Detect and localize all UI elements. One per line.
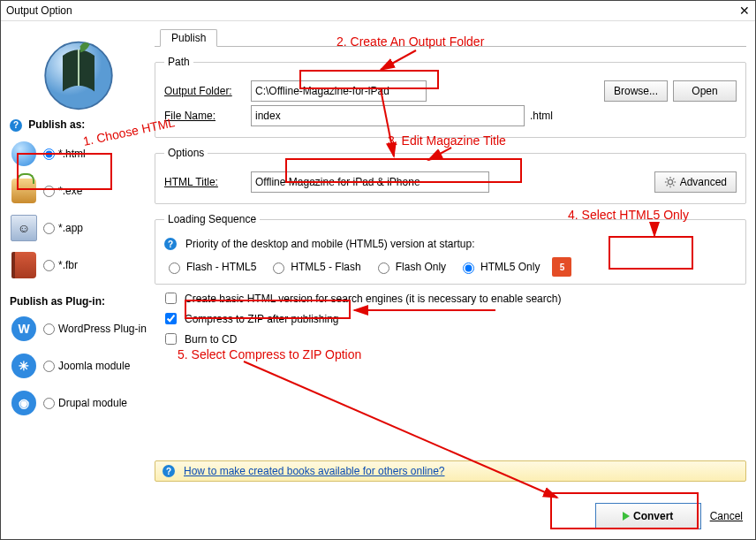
help-link[interactable]: How to make created books available for … bbox=[184, 465, 445, 477]
main-panel: Publish Path Output Folder: Browse... Op… bbox=[151, 21, 755, 540]
seq-radio-3[interactable] bbox=[463, 262, 474, 274]
advanced-button[interactable]: Advanced bbox=[654, 171, 737, 193]
plugin-label-drupal: Drupal module bbox=[58, 397, 127, 409]
output-option-window: Output Option ✕ ? Publish as: bbox=[0, 0, 756, 540]
format-label-fbr: *.fbr bbox=[58, 259, 78, 271]
seq-option-flash-only[interactable]: Flash Only bbox=[374, 260, 446, 274]
label-burn-cd: Burn to CD bbox=[185, 333, 237, 346]
package-icon bbox=[11, 179, 36, 203]
seq-radio-2[interactable] bbox=[378, 262, 389, 274]
play-icon bbox=[623, 512, 630, 521]
svg-point-1 bbox=[668, 179, 672, 184]
seq-option-flash-html5[interactable]: Flash - HTML5 bbox=[164, 260, 256, 274]
plugin-radio-joomla[interactable] bbox=[43, 361, 55, 372]
options-group: Options HTML Title: Advanced bbox=[155, 147, 746, 204]
drupal-icon: ◉ bbox=[11, 391, 36, 415]
format-label-app: *.app bbox=[58, 222, 83, 234]
window-title: Output Option bbox=[6, 4, 72, 17]
html-title-input[interactable] bbox=[251, 171, 489, 193]
format-radio-fbr[interactable] bbox=[43, 260, 55, 271]
open-button[interactable]: Open bbox=[673, 80, 737, 102]
joomla-icon: ✳ bbox=[11, 354, 36, 378]
svg-line-9 bbox=[673, 179, 674, 179]
format-radio-app[interactable] bbox=[43, 223, 55, 234]
label-basic-html: Create basic HTML version for search eng… bbox=[185, 293, 561, 305]
file-ext-label: .html bbox=[530, 110, 553, 122]
file-name-label: File Name: bbox=[164, 110, 246, 122]
priority-text: Priority of the desktop and mobile (HTML… bbox=[185, 238, 474, 250]
check-basic-html[interactable]: Create basic HTML version for search eng… bbox=[162, 290, 746, 307]
path-legend: Path bbox=[164, 56, 193, 68]
seq-radio-1[interactable] bbox=[273, 262, 284, 274]
checkbox-basic-html[interactable] bbox=[165, 293, 177, 304]
format-radio-exe[interactable] bbox=[43, 186, 55, 197]
help-icon[interactable]: ? bbox=[164, 238, 177, 250]
file-name-input[interactable] bbox=[251, 105, 525, 126]
book-icon bbox=[11, 252, 36, 278]
checkbox-burn-cd[interactable] bbox=[165, 333, 177, 345]
help-icon[interactable]: ? bbox=[163, 465, 175, 477]
svg-line-7 bbox=[673, 185, 674, 186]
sidebar: ? Publish as: *.html *.exe ☺ *.app bbox=[1, 21, 151, 540]
format-radio-html[interactable] bbox=[43, 148, 55, 160]
globe-icon bbox=[11, 141, 36, 166]
format-row-fbr[interactable]: *.fbr bbox=[10, 247, 147, 283]
tab-publish[interactable]: Publish bbox=[160, 29, 217, 47]
format-label-exe: *.exe bbox=[58, 185, 82, 197]
svg-line-8 bbox=[666, 185, 667, 186]
options-legend: Options bbox=[164, 147, 208, 159]
cancel-link[interactable]: Cancel bbox=[710, 510, 743, 522]
help-link-bar: ? How to make created books available fo… bbox=[155, 460, 746, 482]
plugin-label-joomla: Joomla module bbox=[58, 360, 130, 372]
svg-line-6 bbox=[666, 179, 667, 179]
wordpress-icon: W bbox=[11, 316, 36, 341]
convert-button[interactable]: Convert bbox=[595, 503, 701, 529]
path-group: Path Output Folder: Browse... Open File … bbox=[155, 56, 746, 138]
format-row-html[interactable]: *.html bbox=[10, 136, 147, 171]
check-burn-cd[interactable]: Burn to CD bbox=[162, 331, 746, 347]
check-zip[interactable]: Compress to ZIP after publishing bbox=[162, 310, 746, 327]
label-zip: Compress to ZIP after publishing bbox=[185, 313, 339, 325]
browse-button[interactable]: Browse... bbox=[604, 80, 668, 102]
app-logo-icon bbox=[39, 32, 118, 111]
plugin-radio-wordpress[interactable] bbox=[43, 323, 55, 335]
close-icon[interactable]: ✕ bbox=[739, 4, 750, 18]
html-title-label: HTML Title: bbox=[164, 176, 246, 188]
plugin-row-joomla[interactable]: ✳ Joomla module bbox=[10, 348, 147, 384]
publish-as-label: Publish as: bbox=[28, 118, 85, 131]
gear-icon bbox=[664, 176, 677, 188]
convert-label: Convert bbox=[633, 510, 673, 522]
plugin-radio-drupal[interactable] bbox=[43, 398, 55, 409]
loading-legend: Loading Sequence bbox=[164, 213, 260, 225]
format-row-app[interactable]: ☺ *.app bbox=[10, 210, 147, 246]
mac-face-icon: ☺ bbox=[11, 215, 37, 241]
seq-option-html5-flash[interactable]: HTML5 - Flash bbox=[268, 260, 360, 274]
plugin-row-wordpress[interactable]: W WordPress Plug-in bbox=[10, 311, 147, 346]
output-folder-input[interactable] bbox=[251, 80, 427, 102]
tab-strip: Publish bbox=[155, 27, 746, 47]
seq-option-html5-only[interactable]: HTML5 Only bbox=[458, 260, 540, 274]
output-folder-label: Output Folder: bbox=[164, 85, 246, 97]
html5-badge-icon: 5 bbox=[552, 257, 571, 277]
plugin-row-drupal[interactable]: ◉ Drupal module bbox=[10, 385, 147, 421]
help-icon[interactable]: ? bbox=[10, 119, 22, 132]
seq-radio-0[interactable] bbox=[169, 262, 180, 274]
format-row-exe[interactable]: *.exe bbox=[10, 173, 147, 209]
plugin-label-wordpress: WordPress Plug-in bbox=[58, 323, 147, 335]
plugin-header: Publish as Plug-in: bbox=[10, 295, 147, 308]
advanced-label: Advanced bbox=[680, 176, 727, 188]
title-bar: Output Option ✕ bbox=[1, 1, 755, 21]
loading-sequence-group: Loading Sequence ? Priority of the deskt… bbox=[155, 213, 746, 285]
checkbox-zip[interactable] bbox=[165, 313, 177, 324]
format-label-html: *.html bbox=[58, 148, 86, 160]
